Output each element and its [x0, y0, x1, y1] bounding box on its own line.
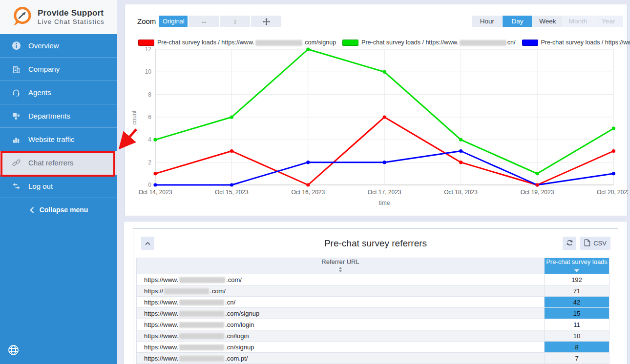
referrers-table: Referrer URL Pre-chat survey loads [136, 258, 609, 364]
survey-loads-cell: 10 [545, 330, 609, 342]
provide-support-logo-icon [12, 5, 32, 29]
sidebar-item-label: Agents [28, 88, 51, 97]
survey-loads-cell: 8 [545, 342, 609, 353]
referrers-panel-header: Pre-chat survey referrers [133, 229, 618, 258]
sidebar-item-departments[interactable]: Departments [0, 104, 117, 128]
svg-text:Oct 19, 2023: Oct 19, 2023 [521, 189, 554, 196]
range-button-year: Year [593, 16, 623, 27]
sort-both-icon [338, 266, 342, 274]
table-row[interactable]: https://www..com/signup15 [137, 308, 609, 319]
referrer-url-cell: https://www..com/signup [137, 308, 545, 319]
referrers-panel: Pre-chat survey referrers [124, 221, 628, 364]
survey-loads-cell: 71 [545, 285, 609, 297]
svg-text:4: 4 [148, 136, 151, 143]
vertical-arrow-icon: ↕ [233, 18, 237, 25]
chevron-up-icon [145, 240, 151, 247]
table-row[interactable]: https://www..com.pt/7 [137, 353, 609, 364]
sidebar-item-company[interactable]: Company [0, 58, 117, 81]
range-button-hour[interactable]: Hour [472, 16, 502, 27]
brand-subtitle: Live Chat Statistics [38, 18, 105, 26]
referrer-url-cell: https://www..cn/login [137, 330, 545, 342]
sidebar-item-overview[interactable]: Overview [0, 34, 117, 58]
line-chart[interactable]: 024681012Oct 14, 2023Oct 15, 2023Oct 16,… [125, 43, 628, 213]
referrer-url-cell: https://.com/ [137, 285, 545, 297]
table-row[interactable]: https://www..com/192 [137, 274, 609, 285]
svg-text:2: 2 [148, 159, 151, 166]
referrer-url-cell: https://www..cn/ [137, 297, 545, 308]
horizontal-arrow-icon: ↔ [201, 18, 207, 25]
svg-text:count: count [131, 110, 138, 125]
sidebar-item-label: Departments [28, 112, 70, 120]
sidebar-item-agents[interactable]: Agents [0, 81, 117, 104]
table-row[interactable]: https://www..cn/signup8 [137, 342, 609, 353]
building-icon [11, 64, 21, 74]
blurred-url [179, 356, 224, 362]
svg-text:Oct 16, 2023: Oct 16, 2023 [291, 189, 325, 196]
table-row[interactable]: https://www..cn/42 [137, 297, 609, 308]
time-range-buttons: HourDayWeekMonthYear [472, 16, 623, 27]
sidebar-item-website-traffic[interactable]: Website traffic [0, 128, 117, 151]
survey-loads-cell: 192 [545, 274, 609, 285]
svg-text:Oct 17, 2023: Oct 17, 2023 [368, 189, 401, 196]
range-button-month: Month [563, 16, 593, 27]
sort-desc-icon [574, 266, 579, 274]
referrer-url-cell: https://www..com/ [137, 274, 545, 285]
info-icon [11, 41, 21, 51]
move-icon [263, 18, 270, 25]
survey-loads-cell: 7 [545, 353, 609, 364]
survey-loads-cell: 11 [545, 319, 609, 330]
svg-text:Oct 15, 2023: Oct 15, 2023 [215, 189, 249, 196]
collapse-menu-label: Collapse menu [40, 206, 88, 214]
blurred-url [179, 344, 224, 350]
csv-label: CSV [593, 240, 607, 247]
blurred-url [179, 311, 224, 317]
svg-text:Oct 20, 2023: Oct 20, 2023 [597, 189, 628, 196]
blurred-url [164, 288, 209, 294]
chevron-left-icon [29, 205, 35, 215]
column-header-referrer-url[interactable]: Referrer URL [137, 258, 545, 274]
survey-loads-cell: 15 [545, 308, 609, 319]
table-row[interactable]: https://www..cn/login10 [137, 330, 609, 342]
referrer-url-cell: https://www..com.pt/ [137, 353, 545, 364]
globe-language-icon[interactable] [7, 344, 20, 357]
blurred-url [179, 333, 224, 339]
sidebar-item-label: Overview [28, 41, 59, 50]
sidebar-item-label: Chat referrers [28, 159, 74, 167]
sidebar-item-chat-referrers[interactable]: Chat referrers [0, 151, 117, 175]
brand-title: Provide Support [38, 8, 105, 18]
range-button-day[interactable]: Day [503, 16, 532, 27]
svg-text:12: 12 [145, 46, 152, 53]
blocks-icon [11, 111, 21, 121]
sidebar-item-label: Log out [28, 182, 53, 190]
column-header-survey-loads[interactable]: Pre-chat survey loads [545, 258, 609, 274]
svg-text:0: 0 [148, 182, 151, 188]
refresh-icon [566, 239, 573, 248]
headset-icon [11, 88, 21, 98]
zoom-original-button[interactable]: Original [159, 16, 188, 27]
range-button-week[interactable]: Week [533, 16, 563, 27]
blurred-url [179, 322, 224, 328]
zoom-horizontal-button[interactable]: ↔ [189, 16, 219, 27]
export-csv-button[interactable]: CSV [580, 237, 610, 250]
sidebar-item-log-out[interactable]: Log out [0, 175, 117, 198]
blurred-url [179, 300, 224, 305]
zoom-vertical-button[interactable]: ↕ [220, 16, 250, 27]
svg-text:Oct 14, 2023: Oct 14, 2023 [139, 189, 172, 196]
collapse-panel-button[interactable] [141, 237, 154, 250]
refresh-button[interactable] [563, 237, 576, 250]
zoom-label: Zoom [137, 17, 156, 25]
sidebar: Provide Support Live Chat Statistics Ove… [0, 0, 117, 364]
svg-text:Oct 18, 2023: Oct 18, 2023 [444, 189, 478, 196]
sidebar-item-label: Website traffic [28, 135, 74, 143]
svg-text:10: 10 [145, 68, 152, 75]
svg-text:6: 6 [148, 114, 151, 121]
table-row[interactable]: https://.com/71 [137, 285, 609, 297]
file-icon [584, 239, 590, 248]
collapse-menu-button[interactable]: Collapse menu [0, 198, 117, 222]
survey-loads-cell: 42 [545, 297, 609, 308]
referrer-url-cell: https://www..com/login [137, 319, 545, 330]
referrers-panel-title: Pre-chat survey referrers [133, 229, 618, 258]
table-row[interactable]: https://www..com/login11 [137, 319, 609, 330]
link-icon [11, 158, 21, 168]
pan-button[interactable] [251, 16, 281, 27]
